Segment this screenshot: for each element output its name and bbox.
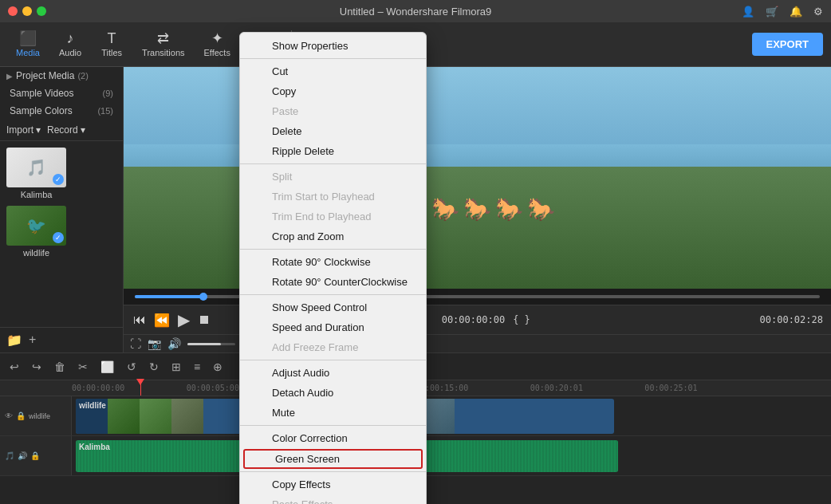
settings-icon[interactable]: ⚙	[813, 6, 823, 18]
media-item-wildlife[interactable]: 🐦 ✓ wildlife	[6, 206, 66, 258]
sample-videos-item[interactable]: Sample Videos (9)	[0, 85, 123, 102]
playhead[interactable]	[140, 380, 141, 396]
context-menu-item-paste-effects: Paste Effects	[240, 494, 426, 504]
split-button[interactable]: ⊞	[168, 359, 184, 375]
video-track-lock[interactable]: 🔒	[16, 411, 26, 420]
toolbar-effects[interactable]: ✦ Effects	[196, 28, 238, 61]
context-menu-item-cut[interactable]: Cut	[240, 61, 426, 81]
notification-icon[interactable]: 🔔	[790, 6, 802, 18]
context-menu-item-trim-end: Trim End to Playhead	[240, 207, 426, 226]
undo-button[interactable]: ↩	[6, 359, 22, 375]
redo-button[interactable]: ↪	[29, 359, 45, 375]
audio-icon: ♪	[67, 31, 74, 45]
menu-label-copy-effects: Copy Effects	[272, 478, 330, 490]
context-menu-item-speed-duration[interactable]: Speed and Duration	[240, 317, 426, 337]
maximize-button[interactable]	[37, 6, 46, 16]
volume-icon[interactable]: 🔊	[167, 337, 181, 350]
context-menu-item-copy[interactable]: Copy	[240, 81, 426, 101]
add-track-button[interactable]: ⊕	[210, 359, 226, 375]
video-track-header: 👁 🔒 wildlife	[0, 396, 72, 435]
video-track-content[interactable]: wildlife	[72, 396, 831, 435]
media-icon: ⬛	[19, 31, 37, 45]
account-icon[interactable]: 👤	[742, 6, 754, 18]
audio-track-header: 🎵 🔊 🔒	[0, 436, 72, 475]
volume-slider[interactable]	[187, 343, 235, 345]
import-label: Import	[6, 124, 33, 136]
toolbar-transitions[interactable]: ⇄ Transitions	[134, 28, 192, 61]
sample-colors-label: Sample Colors	[10, 105, 73, 116]
toolbar-media-label: Media	[16, 48, 40, 57]
wildlife-thumbnail: 🐦 ✓	[6, 206, 66, 246]
audio-track-speaker[interactable]: 🔊	[18, 451, 27, 460]
video-track-label: wildlife	[29, 412, 50, 420]
context-menu-item-adjust-audio[interactable]: Adjust Audio	[240, 363, 426, 383]
cart-icon[interactable]: 🛒	[766, 6, 778, 18]
snapshot-icon[interactable]: 📷	[148, 337, 161, 350]
menu-label-detach-audio: Detach Audio	[272, 387, 333, 399]
context-menu-item-copy-effects[interactable]: Copy Effects	[240, 474, 426, 494]
context-menu-item-ripple-delete[interactable]: Ripple Delete	[240, 141, 426, 161]
chevron-icon: ▶	[6, 72, 13, 81]
preview-panel: 🐎 🐎 🐎 🐎 🐎 ⏮ ⏪ ▶	[124, 67, 831, 352]
ruler-5: 00:00:25:01	[644, 384, 759, 392]
audio-track-content[interactable]: Kalimba	[72, 436, 831, 475]
menu-separator	[240, 360, 426, 360]
media-grid: 🎵 ✓ Kalimba 🐦 ✓ wildlife	[0, 141, 123, 264]
cut-button[interactable]: ✂	[75, 359, 91, 375]
left-panel: ▶ Project Media (2) Sample Videos (9) Sa…	[0, 67, 124, 352]
export-button[interactable]: EXPORT	[752, 33, 823, 56]
import-button[interactable]: Import ▾	[6, 124, 41, 136]
toolbar-media[interactable]: ⬛ Media	[8, 28, 48, 61]
horse-2: 🐎	[431, 196, 459, 222]
menu-label-show-speed: Show Speed Control	[272, 301, 367, 313]
context-menu-item-mute[interactable]: Mute	[240, 403, 426, 423]
delete-button[interactable]: 🗑	[51, 359, 69, 375]
menu-separator	[240, 471, 426, 472]
toolbar-transitions-label: Transitions	[142, 48, 184, 57]
kalimba-check: ✓	[53, 174, 64, 185]
playhead-arrow	[136, 379, 144, 385]
playback-controls: ⏮ ⏪ ▶ ⏹ 00:00:00:00 { } 00:00:02:28	[124, 305, 831, 334]
add-folder-icon[interactable]: 📁	[6, 333, 22, 348]
progress-dot[interactable]	[199, 293, 207, 301]
rotate-button[interactable]: ↺	[124, 359, 140, 375]
sample-colors-item[interactable]: Sample Colors (15)	[0, 102, 123, 120]
menu-label-trim-end: Trim End to Playhead	[272, 211, 372, 222]
video-track-eye[interactable]: 👁	[5, 411, 13, 420]
mirror-button[interactable]: ↻	[146, 359, 162, 375]
kalimba-thumbnail: 🎵 ✓	[6, 148, 66, 187]
context-menu-item-crop-zoom[interactable]: Crop and Zoom	[240, 226, 426, 246]
audio-track-lock[interactable]: 🔒	[30, 451, 40, 460]
window-title: Untitled – Wondershare Filmora9	[340, 6, 492, 18]
sample-videos-label: Sample Videos	[10, 88, 74, 99]
toolbar-audio[interactable]: ♪ Audio	[51, 28, 89, 61]
effects-icon: ✦	[211, 31, 223, 45]
copy-button[interactable]: ⬜	[97, 359, 117, 375]
context-menu-item-show-speed[interactable]: Show Speed Control	[240, 297, 426, 317]
context-menu-item-rotate-ccw[interactable]: Rotate 90° CounterClockwise	[240, 272, 426, 292]
play-button[interactable]: ▶	[176, 309, 191, 331]
fullscreen-toggle[interactable]: ⛶	[130, 337, 141, 350]
speed-button[interactable]: ≡	[191, 359, 203, 375]
close-button[interactable]	[8, 6, 18, 16]
stop-button[interactable]: ⏹	[196, 311, 212, 329]
preview-separator: { }	[513, 314, 530, 325]
step-back-button[interactable]: ⏪	[152, 311, 171, 329]
progress-track[interactable]	[135, 295, 820, 298]
rewind-button[interactable]: ⏮	[132, 311, 148, 329]
clip-thumb-1	[108, 399, 140, 434]
add-media-icon[interactable]: +	[29, 333, 36, 348]
toolbar-titles[interactable]: T Titles	[93, 28, 131, 61]
context-menu-item-green-screen[interactable]: Green Screen	[243, 449, 423, 469]
menu-label-crop-zoom: Crop and Zoom	[272, 230, 344, 242]
toolbar-titles-label: Titles	[101, 48, 122, 57]
audio-track-music: 🎵	[5, 451, 14, 460]
context-menu-item-rotate-cw[interactable]: Rotate 90° Clockwise	[240, 252, 426, 272]
minimize-button[interactable]	[22, 6, 32, 16]
record-button[interactable]: Record ▾	[47, 124, 85, 136]
media-item-kalimba[interactable]: 🎵 ✓ Kalimba	[6, 148, 66, 199]
context-menu-item-show-properties[interactable]: Show Properties	[240, 36, 426, 56]
context-menu-item-detach-audio[interactable]: Detach Audio	[240, 383, 426, 403]
context-menu-item-delete[interactable]: Delete	[240, 121, 426, 141]
context-menu-item-color-correction[interactable]: Color Correction	[240, 428, 426, 448]
